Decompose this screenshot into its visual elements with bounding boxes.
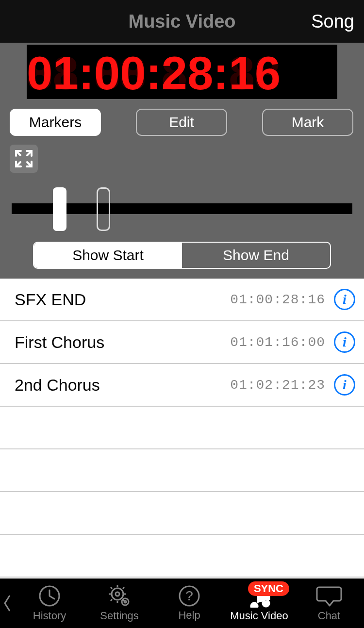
tab-label: Music Video <box>230 610 288 622</box>
tab-history[interactable]: History <box>15 584 84 622</box>
svg-point-3 <box>116 592 119 596</box>
info-icon[interactable]: i <box>334 374 355 396</box>
info-icon[interactable]: i <box>334 331 355 353</box>
marker-name: 2nd Chorus <box>15 376 230 395</box>
marker-row[interactable]: 2nd Chorus 01:02:21:23 i <box>0 364 364 407</box>
song-button[interactable]: Song <box>311 0 354 43</box>
scrubber-handle-secondary[interactable] <box>97 187 110 231</box>
marker-row[interactable]: First Chorus 01:01:16:00 i <box>0 321 364 364</box>
tab-help[interactable]: ? Help <box>154 585 224 622</box>
empty-row <box>0 407 364 449</box>
help-icon: ? <box>178 585 200 607</box>
sync-badge: SYNC <box>248 581 289 596</box>
tab-label: Chat <box>318 610 340 622</box>
markers-button[interactable]: Markers <box>10 109 101 136</box>
scrubber-handle-primary[interactable] <box>53 187 66 231</box>
info-icon[interactable]: i <box>334 289 355 310</box>
scrubber[interactable] <box>12 187 352 231</box>
header-bar: Music Video Song <box>0 0 364 43</box>
empty-row <box>0 449 364 492</box>
timecode-lit: 01:00:28:16 <box>27 47 281 99</box>
fullscreen-icon[interactable] <box>10 145 38 173</box>
marker-row[interactable]: SFX END 01:00:28:16 i <box>0 279 364 321</box>
svg-text:?: ? <box>185 588 193 603</box>
tab-settings[interactable]: Settings <box>84 584 154 622</box>
segmented-control-wrap: Show Start Show End <box>0 231 364 279</box>
tab-chat[interactable]: Chat <box>294 584 364 622</box>
mark-button[interactable]: Mark <box>262 109 353 136</box>
marker-time: 01:00:28:16 <box>230 292 325 307</box>
marker-time: 01:01:16:00 <box>230 335 325 350</box>
empty-row <box>0 492 364 535</box>
tab-label: Settings <box>100 610 139 622</box>
marker-name: SFX END <box>15 290 230 309</box>
marker-name: First Chorus <box>15 333 230 352</box>
marker-time: 01:02:21:23 <box>230 378 325 393</box>
show-segmented-control: Show Start Show End <box>33 242 331 269</box>
tab-music-video[interactable]: SYNC Music Video <box>224 584 294 622</box>
svg-point-4 <box>122 598 129 605</box>
empty-row <box>0 535 364 578</box>
clock-icon <box>38 584 61 608</box>
toolbar: Markers Edit Mark <box>0 99 364 136</box>
back-chevron-icon[interactable] <box>0 578 15 628</box>
gear-icon <box>108 584 131 608</box>
controls-section: .dim { fill:#2a0000; } .lit { fill:#ff12… <box>0 43 364 279</box>
show-end-segment[interactable]: Show End <box>182 243 330 268</box>
marker-list: SFX END 01:00:28:16 i First Chorus 01:01… <box>0 279 364 578</box>
svg-point-5 <box>124 601 126 603</box>
edit-button[interactable]: Edit <box>136 109 227 136</box>
tab-label: Help <box>178 609 200 622</box>
expand-row <box>0 136 364 173</box>
tab-label: History <box>33 610 66 622</box>
chat-icon <box>316 584 342 608</box>
timecode-display: .dim { fill:#2a0000; } .lit { fill:#ff12… <box>27 45 337 99</box>
page-title: Music Video <box>128 11 235 32</box>
svg-point-2 <box>112 588 123 600</box>
timecode-digits: .dim { fill:#2a0000; } .lit { fill:#ff12… <box>27 45 337 99</box>
tab-bar: History Settings ? Help <box>0 578 364 628</box>
show-start-segment[interactable]: Show Start <box>34 243 182 268</box>
